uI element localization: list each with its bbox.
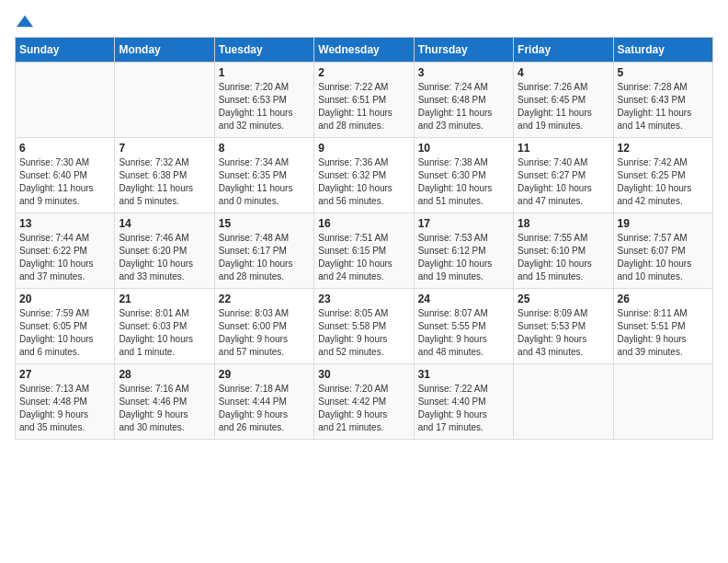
day-number: 31 — [418, 368, 509, 381]
day-number: 27 — [19, 368, 110, 381]
calendar-cell: 22Sunrise: 8:03 AM Sunset: 6:00 PM Dayli… — [214, 289, 313, 364]
calendar-week-row: 6Sunrise: 7:30 AM Sunset: 6:40 PM Daylig… — [16, 138, 713, 213]
day-number: 12 — [618, 142, 709, 155]
calendar-week-row: 20Sunrise: 7:59 AM Sunset: 6:05 PM Dayli… — [16, 289, 713, 364]
day-info: Sunrise: 7:34 AM Sunset: 6:35 PM Dayligh… — [219, 156, 310, 208]
calendar-week-row: 1Sunrise: 7:20 AM Sunset: 6:53 PM Daylig… — [16, 63, 713, 138]
calendar-cell — [16, 63, 115, 138]
day-number: 30 — [318, 368, 409, 381]
calendar-cell: 10Sunrise: 7:38 AM Sunset: 6:30 PM Dayli… — [414, 138, 513, 213]
calendar-cell: 13Sunrise: 7:44 AM Sunset: 6:22 PM Dayli… — [16, 213, 115, 289]
day-number: 2 — [318, 66, 409, 79]
day-info: Sunrise: 8:07 AM Sunset: 5:55 PM Dayligh… — [418, 307, 509, 359]
day-info: Sunrise: 7:20 AM Sunset: 4:42 PM Dayligh… — [318, 383, 409, 434]
day-number: 10 — [418, 142, 509, 155]
day-info: Sunrise: 7:13 AM Sunset: 4:48 PM Dayligh… — [19, 383, 110, 434]
day-info: Sunrise: 7:53 AM Sunset: 6:12 PM Dayligh… — [418, 232, 509, 283]
day-number: 3 — [418, 66, 509, 79]
header-day: Saturday — [613, 38, 712, 63]
day-number: 24 — [418, 293, 509, 305]
calendar-cell: 16Sunrise: 7:51 AM Sunset: 6:15 PM Dayli… — [314, 213, 414, 289]
day-number: 4 — [518, 66, 609, 79]
page-header — [15, 15, 713, 28]
calendar-cell: 12Sunrise: 7:42 AM Sunset: 6:25 PM Dayli… — [613, 138, 712, 213]
calendar-cell: 24Sunrise: 8:07 AM Sunset: 5:55 PM Dayli… — [414, 289, 513, 364]
day-info: Sunrise: 7:20 AM Sunset: 6:53 PM Dayligh… — [219, 81, 310, 132]
day-info: Sunrise: 7:32 AM Sunset: 6:38 PM Dayligh… — [119, 156, 210, 208]
day-number: 23 — [318, 293, 409, 305]
day-info: Sunrise: 7:51 AM Sunset: 6:15 PM Dayligh… — [318, 232, 409, 283]
calendar-cell: 5Sunrise: 7:28 AM Sunset: 6:43 PM Daylig… — [613, 63, 712, 138]
day-number: 9 — [318, 142, 409, 155]
day-number: 25 — [518, 293, 609, 305]
calendar-cell: 4Sunrise: 7:26 AM Sunset: 6:45 PM Daylig… — [514, 63, 613, 138]
day-number: 14 — [119, 217, 210, 230]
calendar-cell: 17Sunrise: 7:53 AM Sunset: 6:12 PM Dayli… — [414, 213, 513, 289]
day-number: 21 — [119, 293, 210, 305]
day-number: 19 — [618, 217, 709, 230]
header-day: Sunday — [16, 38, 115, 63]
calendar-table: SundayMondayTuesdayWednesdayThursdayFrid… — [15, 37, 713, 440]
day-number: 8 — [219, 142, 310, 155]
day-info: Sunrise: 7:16 AM Sunset: 4:46 PM Dayligh… — [119, 383, 210, 434]
day-info: Sunrise: 8:09 AM Sunset: 5:53 PM Dayligh… — [518, 307, 609, 359]
logo-icon — [17, 15, 33, 28]
header-row: SundayMondayTuesdayWednesdayThursdayFrid… — [16, 38, 713, 63]
day-number: 13 — [19, 217, 110, 230]
day-number: 22 — [219, 293, 310, 305]
day-info: Sunrise: 8:03 AM Sunset: 6:00 PM Dayligh… — [219, 307, 310, 359]
calendar-cell: 19Sunrise: 7:57 AM Sunset: 6:07 PM Dayli… — [613, 213, 712, 289]
calendar-cell: 11Sunrise: 7:40 AM Sunset: 6:27 PM Dayli… — [514, 138, 613, 213]
day-number: 5 — [618, 66, 709, 79]
day-info: Sunrise: 7:18 AM Sunset: 4:44 PM Dayligh… — [219, 383, 310, 434]
calendar-cell: 8Sunrise: 7:34 AM Sunset: 6:35 PM Daylig… — [214, 138, 313, 213]
calendar-cell — [613, 364, 712, 440]
logo — [15, 15, 33, 28]
calendar-cell: 30Sunrise: 7:20 AM Sunset: 4:42 PM Dayli… — [314, 364, 414, 440]
calendar-cell: 18Sunrise: 7:55 AM Sunset: 6:10 PM Dayli… — [514, 213, 613, 289]
day-info: Sunrise: 7:59 AM Sunset: 6:05 PM Dayligh… — [19, 307, 110, 359]
day-number: 16 — [318, 217, 409, 230]
calendar-cell: 6Sunrise: 7:30 AM Sunset: 6:40 PM Daylig… — [16, 138, 115, 213]
day-number: 15 — [219, 217, 310, 230]
day-info: Sunrise: 7:42 AM Sunset: 6:25 PM Dayligh… — [618, 156, 709, 208]
calendar-cell: 31Sunrise: 7:22 AM Sunset: 4:40 PM Dayli… — [414, 364, 513, 440]
day-info: Sunrise: 7:38 AM Sunset: 6:30 PM Dayligh… — [418, 156, 509, 208]
day-info: Sunrise: 7:48 AM Sunset: 6:17 PM Dayligh… — [219, 232, 310, 283]
day-info: Sunrise: 7:36 AM Sunset: 6:32 PM Dayligh… — [318, 156, 409, 208]
calendar-cell — [115, 63, 214, 138]
calendar-cell: 20Sunrise: 7:59 AM Sunset: 6:05 PM Dayli… — [16, 289, 115, 364]
calendar-cell: 14Sunrise: 7:46 AM Sunset: 6:20 PM Dayli… — [115, 213, 214, 289]
calendar-cell: 29Sunrise: 7:18 AM Sunset: 4:44 PM Dayli… — [214, 364, 313, 440]
calendar-cell: 25Sunrise: 8:09 AM Sunset: 5:53 PM Dayli… — [514, 289, 613, 364]
day-number: 29 — [219, 368, 310, 381]
day-number: 11 — [518, 142, 609, 155]
day-number: 26 — [618, 293, 709, 305]
day-info: Sunrise: 7:22 AM Sunset: 4:40 PM Dayligh… — [418, 383, 509, 434]
calendar-cell: 2Sunrise: 7:22 AM Sunset: 6:51 PM Daylig… — [314, 63, 414, 138]
day-number: 18 — [518, 217, 609, 230]
day-number: 17 — [418, 217, 509, 230]
calendar-cell: 27Sunrise: 7:13 AM Sunset: 4:48 PM Dayli… — [16, 364, 115, 440]
day-number: 1 — [219, 66, 310, 79]
calendar-cell: 21Sunrise: 8:01 AM Sunset: 6:03 PM Dayli… — [115, 289, 214, 364]
calendar-week-row: 27Sunrise: 7:13 AM Sunset: 4:48 PM Dayli… — [16, 364, 713, 440]
day-info: Sunrise: 7:40 AM Sunset: 6:27 PM Dayligh… — [518, 156, 609, 208]
calendar-cell: 1Sunrise: 7:20 AM Sunset: 6:53 PM Daylig… — [214, 63, 313, 138]
day-info: Sunrise: 7:30 AM Sunset: 6:40 PM Dayligh… — [19, 156, 110, 208]
day-info: Sunrise: 7:57 AM Sunset: 6:07 PM Dayligh… — [618, 232, 709, 283]
day-number: 6 — [19, 142, 110, 155]
calendar-cell: 26Sunrise: 8:11 AM Sunset: 5:51 PM Dayli… — [613, 289, 712, 364]
day-number: 7 — [119, 142, 210, 155]
day-info: Sunrise: 7:26 AM Sunset: 6:45 PM Dayligh… — [518, 81, 609, 132]
day-info: Sunrise: 8:11 AM Sunset: 5:51 PM Dayligh… — [618, 307, 709, 359]
day-info: Sunrise: 7:46 AM Sunset: 6:20 PM Dayligh… — [119, 232, 210, 283]
day-number: 20 — [19, 293, 110, 305]
day-info: Sunrise: 7:22 AM Sunset: 6:51 PM Dayligh… — [318, 81, 409, 132]
header-day: Thursday — [414, 38, 513, 63]
calendar-cell — [514, 364, 613, 440]
day-info: Sunrise: 7:28 AM Sunset: 6:43 PM Dayligh… — [618, 81, 709, 132]
header-day: Wednesday — [314, 38, 414, 63]
header-day: Friday — [514, 38, 613, 63]
day-info: Sunrise: 7:55 AM Sunset: 6:10 PM Dayligh… — [518, 232, 609, 283]
